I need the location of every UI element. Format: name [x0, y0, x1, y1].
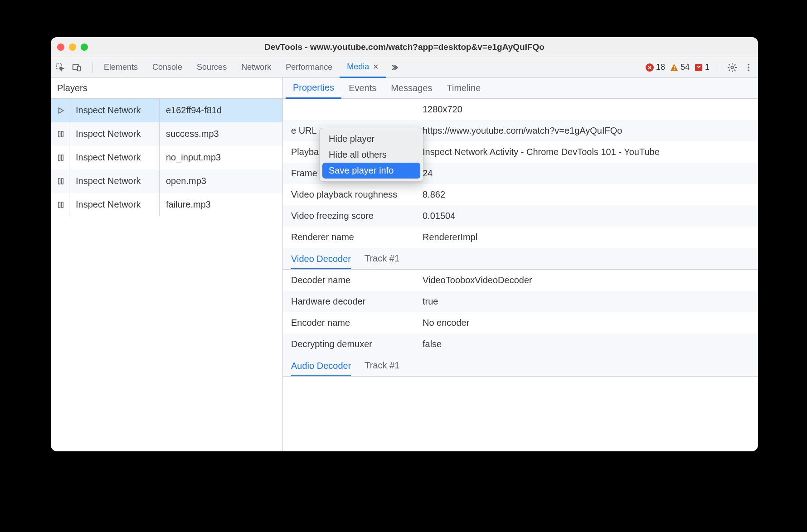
player-item[interactable]: Inspect Network failure.mp3 [51, 193, 282, 217]
context-hide-player[interactable]: Hide player [322, 131, 420, 147]
play-icon [53, 106, 69, 115]
section-track[interactable]: Track #1 [365, 360, 399, 371]
subtab-properties[interactable]: Properties [286, 78, 341, 99]
traffic-lights [57, 44, 88, 51]
player-item[interactable]: Inspect Network e162ff94-f81d [51, 99, 282, 122]
sidebar-header: Players [51, 78, 282, 99]
minimize-window-button[interactable] [69, 44, 76, 51]
svg-rect-18 [62, 202, 63, 208]
tab-label: Network [241, 63, 271, 72]
svg-rect-15 [58, 179, 60, 184]
property-value: true [423, 296, 750, 307]
tab-label: Elements [104, 63, 138, 72]
svg-point-9 [748, 67, 749, 68]
property-value: 24 [423, 168, 750, 179]
tab-label: Console [152, 63, 182, 72]
section-title[interactable]: Video Decoder [291, 254, 351, 269]
subtab-timeline[interactable]: Timeline [439, 78, 488, 99]
subtab-events[interactable]: Events [341, 78, 384, 99]
player-name: Inspect Network [69, 193, 160, 216]
property-label: Decrypting demuxer [291, 339, 423, 349]
property-label: Decoder name [291, 275, 423, 285]
svg-rect-12 [62, 131, 63, 137]
property-row: 1280x720 [283, 99, 758, 120]
tab-label: Performance [286, 63, 332, 72]
player-file: e162ff94-f81d [160, 105, 281, 116]
errors-badge[interactable]: 18 [645, 63, 665, 72]
player-list: Inspect Network e162ff94-f81d Inspect Ne… [51, 99, 282, 451]
pause-icon [53, 154, 69, 162]
section-title[interactable]: Audio Decoder [291, 361, 351, 376]
context-hide-others[interactable]: Hide all others [322, 147, 420, 163]
player-name: Inspect Network [69, 146, 160, 169]
devtools-window: DevTools - www.youtube.com/watch?app=des… [51, 37, 758, 451]
pause-icon [53, 177, 69, 185]
player-file: failure.mp3 [160, 199, 281, 210]
toolbar-left [54, 62, 89, 73]
svg-point-8 [748, 63, 749, 65]
context-save-player-info[interactable]: Save player info [322, 163, 420, 179]
property-value: VideoTooboxVideoDecoder [423, 275, 750, 285]
media-subtabs: Properties Events Messages Timeline [283, 78, 758, 99]
error-icon [645, 63, 654, 72]
property-label: Video playback roughness [291, 189, 423, 200]
close-tab-icon[interactable]: ✕ [373, 63, 379, 71]
issue-icon [694, 63, 703, 72]
svg-rect-17 [58, 202, 60, 208]
svg-rect-4 [674, 66, 675, 68]
tab-label: Media [347, 62, 369, 72]
property-row: Decrypting demuxer false [283, 334, 758, 355]
player-item[interactable]: Inspect Network open.mp3 [51, 169, 282, 193]
player-name: Inspect Network [69, 122, 160, 145]
warnings-count: 54 [681, 63, 690, 72]
tab-performance[interactable]: Performance [278, 57, 340, 78]
tab-sources[interactable]: Sources [190, 57, 234, 78]
player-name: Inspect Network [69, 99, 160, 122]
player-file: open.mp3 [160, 176, 281, 186]
property-value: false [423, 339, 750, 349]
players-sidebar: Players Inspect Network e162ff94-f81d In… [51, 78, 283, 451]
svg-rect-5 [674, 69, 675, 70]
maximize-window-button[interactable] [81, 44, 88, 51]
property-value: Inspect Network Activity - Chrome DevToo… [423, 147, 750, 157]
context-menu: Hide player Hide all others Save player … [319, 128, 423, 182]
tab-network[interactable]: Network [234, 57, 278, 78]
subtab-messages[interactable]: Messages [384, 78, 439, 99]
more-tabs-icon[interactable] [389, 62, 400, 73]
property-row: Decoder name VideoTooboxVideoDecoder [283, 270, 758, 291]
warning-icon [670, 63, 679, 72]
section-track[interactable]: Track #1 [365, 253, 399, 264]
tab-console[interactable]: Console [145, 57, 190, 78]
svg-point-10 [748, 69, 749, 71]
property-value: 0.01504 [423, 211, 750, 221]
close-window-button[interactable] [57, 44, 64, 51]
player-item[interactable]: Inspect Network success.mp3 [51, 122, 282, 146]
tab-elements[interactable]: Elements [97, 57, 145, 78]
warnings-badge[interactable]: 54 [670, 63, 690, 72]
pause-icon [53, 201, 69, 209]
tab-label: Sources [197, 63, 227, 72]
settings-icon[interactable] [726, 62, 738, 73]
pause-icon [53, 130, 69, 138]
property-row: Video freezing score 0.01504 [283, 205, 758, 227]
errors-count: 18 [656, 63, 665, 72]
devtools-toolbar: Elements Console Sources Network Perform… [51, 57, 758, 78]
property-row: Encoder name No encoder [283, 312, 758, 334]
player-item[interactable]: Inspect Network no_input.mp3 [51, 146, 282, 169]
player-file: no_input.mp3 [160, 152, 281, 163]
property-label: Encoder name [291, 318, 423, 328]
property-value: No encoder [423, 318, 750, 328]
inspect-element-icon[interactable] [54, 62, 66, 73]
property-value: https://www.youtube.com/watch?v=e1gAyQuI… [423, 126, 750, 136]
toolbar-right: 18 54 1 [645, 62, 754, 73]
svg-rect-13 [58, 155, 60, 160]
more-options-icon[interactable] [743, 62, 754, 73]
svg-point-7 [731, 66, 734, 69]
devtools-tabs: Elements Console Sources Network Perform… [97, 57, 400, 78]
property-label: Hardware decoder [291, 296, 423, 307]
svg-rect-11 [58, 131, 60, 137]
issues-badge[interactable]: 1 [694, 63, 710, 72]
divider [92, 62, 93, 73]
tab-media[interactable]: Media ✕ [340, 57, 386, 78]
device-toolbar-icon[interactable] [71, 62, 83, 73]
